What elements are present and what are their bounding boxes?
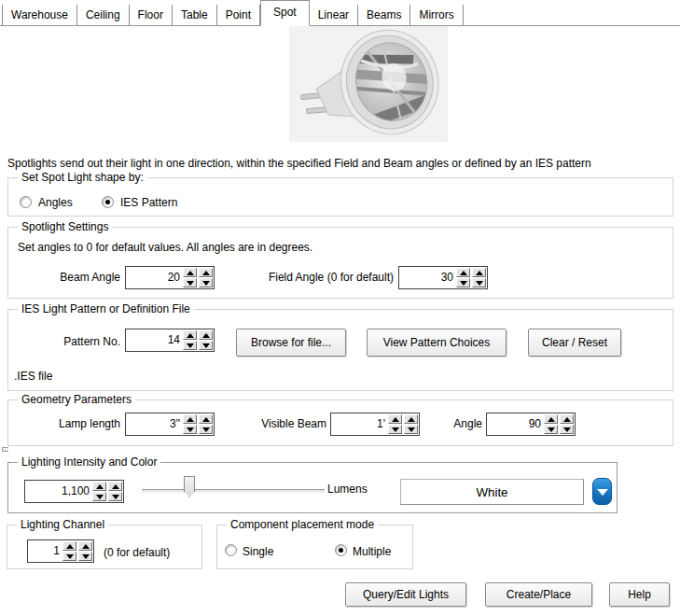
spin-up-button[interactable]	[183, 414, 197, 424]
lumens-slider-thumb[interactable]	[184, 476, 195, 497]
splitter-handle[interactable]	[2, 447, 8, 452]
field-angle-value[interactable]: 30	[399, 267, 455, 288]
query-edit-lights-button[interactable]: Query/Edit Lights	[345, 582, 466, 607]
view-pattern-choices-button[interactable]: View Pattern Choices	[367, 329, 507, 357]
group-title: Lighting Intensity and Color	[18, 455, 160, 469]
tab-beams[interactable]: Beams	[358, 5, 410, 25]
spin-up-icon	[202, 333, 210, 338]
spin-down-button[interactable]	[183, 341, 197, 350]
color-dropdown-button[interactable]	[592, 478, 612, 505]
spin-up-button[interactable]	[560, 414, 574, 424]
spin-down-icon	[96, 495, 104, 499]
intensity-color-group: Lighting Intensity and Color 1,100 Lumen…	[7, 462, 618, 513]
light-color-button[interactable]: White	[400, 479, 584, 505]
spin-up-button[interactable]	[92, 482, 106, 491]
lamp-length-spinner[interactable]: 3"	[125, 413, 215, 436]
spin-down-icon	[82, 554, 90, 559]
spin-down-icon	[392, 427, 399, 432]
angles-note: Set angles to 0 for default values. All …	[18, 241, 312, 254]
angles-radio[interactable]	[20, 196, 32, 208]
tab-spot[interactable]: Spot	[260, 0, 310, 26]
spin-up-button[interactable]	[62, 541, 76, 551]
field-angle-spinner[interactable]: 30	[398, 266, 488, 289]
multiple-radio-label[interactable]: Multiple	[353, 545, 391, 558]
spin-up-button[interactable]	[183, 268, 197, 277]
spin-down-icon	[563, 427, 571, 432]
spin-down-button[interactable]	[199, 425, 213, 434]
group-title: Lighting Channel	[17, 518, 108, 531]
ies-pattern-radio[interactable]	[102, 196, 114, 208]
spin-down-icon	[476, 281, 483, 286]
spin-down-button[interactable]	[62, 552, 76, 561]
lumens-slider-track[interactable]	[142, 489, 325, 493]
spin-down-button[interactable]	[199, 278, 213, 287]
beam-angle-spinner[interactable]: 20	[125, 266, 215, 289]
spin-up-icon	[66, 544, 74, 549]
spin-down-button[interactable]	[108, 492, 122, 501]
lighting-channel-group: Lighting Channel 1 (0 for default)	[7, 525, 202, 569]
spin-down-icon	[202, 427, 210, 432]
spin-down-icon	[187, 427, 194, 432]
spin-down-button[interactable]	[472, 278, 486, 287]
angle-value[interactable]: 90	[487, 413, 543, 435]
ies-file-label: .IES file	[14, 370, 52, 383]
spin-down-button[interactable]	[78, 552, 92, 561]
spin-down-icon	[187, 281, 194, 286]
single-radio[interactable]	[225, 544, 237, 556]
spin-up-button[interactable]	[199, 268, 213, 277]
angles-radio-label[interactable]: Angles	[38, 196, 73, 209]
spin-down-button[interactable]	[199, 341, 213, 350]
pattern-no-value[interactable]: 14	[126, 329, 182, 351]
lighting-channel-value[interactable]: 1	[28, 540, 62, 562]
spin-up-button[interactable]	[544, 414, 558, 424]
visible-beam-value[interactable]: 1'	[331, 413, 387, 435]
spin-down-icon	[112, 495, 119, 499]
spin-up-icon	[202, 271, 210, 275]
beam-angle-value[interactable]: 20	[126, 267, 182, 288]
spin-up-button[interactable]	[472, 268, 486, 277]
spin-down-button[interactable]	[183, 278, 197, 287]
spin-down-button[interactable]	[183, 425, 197, 434]
ies-pattern-radio-label[interactable]: IES Pattern	[120, 196, 177, 209]
lamp-length-value[interactable]: 3"	[126, 413, 182, 435]
lumens-spinner[interactable]: 1,100	[24, 480, 124, 503]
spin-down-button[interactable]	[544, 425, 558, 434]
tab-warehouse[interactable]: Warehouse	[2, 5, 77, 25]
spin-up-button[interactable]	[199, 414, 213, 424]
description-text: Spotlights send out their light in one d…	[7, 157, 674, 170]
spin-up-button[interactable]	[199, 330, 213, 340]
clear-reset-button[interactable]: Clear / Reset	[528, 329, 621, 357]
single-radio-label[interactable]: Single	[243, 545, 273, 558]
tab-table[interactable]: Table	[173, 5, 217, 25]
multiple-radio[interactable]	[335, 544, 347, 556]
spin-up-button[interactable]	[108, 482, 122, 491]
lumens-label: Lumens	[327, 483, 368, 496]
create-place-button[interactable]: Create/Place	[485, 582, 592, 607]
spin-up-button[interactable]	[78, 541, 92, 551]
tab-bar: Warehouse Ceiling Floor Table Point Spot…	[0, 0, 680, 26]
tab-point[interactable]: Point	[217, 5, 260, 25]
channel-default-hint: (0 for default)	[104, 546, 170, 559]
spin-down-button[interactable]	[560, 425, 574, 434]
spin-down-icon	[460, 281, 467, 286]
group-title: Component placement mode	[227, 518, 378, 531]
help-button[interactable]: Help	[609, 582, 670, 607]
lumens-value[interactable]: 1,100	[25, 481, 91, 502]
spin-up-button[interactable]	[456, 268, 470, 277]
spin-down-button[interactable]	[92, 492, 106, 501]
tab-ceiling[interactable]: Ceiling	[77, 5, 130, 25]
spin-down-button[interactable]	[456, 278, 470, 287]
browse-file-button[interactable]: Browse for file...	[236, 329, 346, 357]
angle-spinner[interactable]: 90	[486, 413, 576, 436]
tab-mirrors[interactable]: Mirrors	[410, 5, 463, 25]
spin-up-icon	[460, 271, 467, 275]
spot-light-panel: Warehouse Ceiling Floor Table Point Spot…	[0, 0, 680, 616]
spin-up-icon	[187, 333, 194, 338]
tab-floor[interactable]: Floor	[130, 5, 173, 25]
spin-up-button[interactable]	[183, 330, 197, 340]
spotlight-settings-group: Spotlight Settings Set angles to 0 for d…	[7, 227, 673, 299]
spotlight-bulb-image	[289, 26, 448, 142]
pattern-no-spinner[interactable]: 14	[125, 329, 215, 352]
tab-linear[interactable]: Linear	[310, 5, 358, 25]
lighting-channel-spinner[interactable]: 1	[27, 539, 94, 563]
